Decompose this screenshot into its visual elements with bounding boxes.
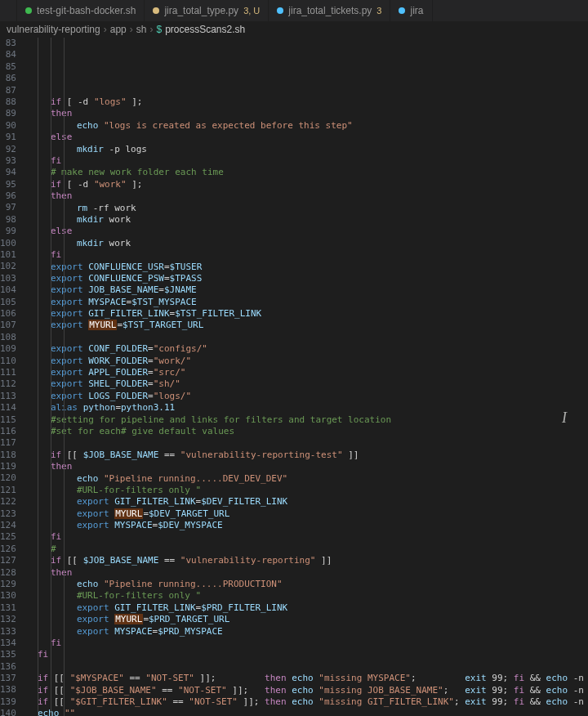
line-number: 116 bbox=[0, 426, 16, 437]
line-number: 125 bbox=[0, 531, 16, 543]
code-line[interactable]: export SHEL_FOLDER="sh/" bbox=[24, 378, 588, 390]
line-number: 124 bbox=[0, 520, 16, 531]
line-number: 133 bbox=[0, 626, 16, 638]
code-line[interactable] bbox=[24, 437, 588, 449]
line-number: 108 bbox=[0, 332, 16, 343]
code-line[interactable]: echo "Pipeline running.....DEV_DEV_DEV" bbox=[24, 473, 588, 485]
code-line[interactable]: mkdir work bbox=[24, 238, 588, 249]
tab-unknown-0[interactable] bbox=[0, 0, 17, 21]
line-number: 91 bbox=[0, 132, 16, 143]
code-line[interactable]: fi bbox=[24, 249, 588, 261]
line-number: 99 bbox=[0, 226, 16, 237]
code-line[interactable]: if [ -d "logs" ]; bbox=[24, 96, 588, 108]
crumb-seg: app bbox=[110, 24, 127, 35]
dot-icon bbox=[399, 7, 405, 14]
text-cursor-icon: I bbox=[562, 412, 567, 423]
code-line[interactable]: export MYSPACE=$TST_MYSPACE bbox=[24, 297, 588, 308]
tab-label: jira_total_type.py bbox=[164, 5, 238, 16]
code-line[interactable]: export MYURL=$PRD_TARGET_URL bbox=[24, 614, 588, 625]
code-line[interactable]: export JOB_BASE_NAME=$JNAME bbox=[24, 284, 588, 296]
indent-guide bbox=[38, 38, 38, 716]
code-line[interactable]: else bbox=[24, 132, 588, 143]
indent-guide bbox=[64, 38, 65, 716]
tab-bar: test-git-bash-docker.sh jira_total_type.… bbox=[0, 0, 588, 21]
code-line[interactable]: export LOGS_FOLDER="logs/" bbox=[24, 391, 588, 402]
code-line[interactable]: alias python=python3.11 bbox=[24, 402, 588, 414]
line-number: 97 bbox=[0, 202, 16, 213]
tab-label: jira bbox=[410, 5, 423, 16]
code-line[interactable]: export MYSPACE=$PRD_MYSPACE bbox=[24, 626, 588, 638]
line-number: 136 bbox=[0, 661, 16, 673]
code-line[interactable]: fi bbox=[24, 155, 588, 167]
line-number: 109 bbox=[0, 343, 16, 355]
code-line[interactable]: fi bbox=[24, 638, 588, 649]
code-line[interactable]: # make new work folder each time bbox=[24, 167, 588, 178]
code-line[interactable]: #set for each# give default values bbox=[24, 426, 588, 437]
code-line[interactable]: export MYURL=$DEV_TARGET_URL bbox=[24, 508, 588, 520]
code-line[interactable]: fi bbox=[24, 649, 588, 660]
line-number: 95 bbox=[0, 179, 16, 190]
line-number: 138 bbox=[0, 684, 16, 696]
code-line[interactable]: export GIT_FILTER_LINK=$DEV_FILTER_LINK bbox=[24, 496, 588, 508]
code-line[interactable]: then bbox=[24, 108, 588, 119]
code-line[interactable]: echo "Pipeline running.....PRODUCTION" bbox=[24, 579, 588, 590]
code-line[interactable]: then bbox=[24, 567, 588, 579]
line-number: 104 bbox=[0, 284, 16, 296]
code-line[interactable]: export GIT_FILTER_LINK=$PRD_FILTER_LINK bbox=[24, 602, 588, 614]
code-line[interactable]: if [ -d "work" ]; bbox=[24, 179, 588, 190]
line-number: 102 bbox=[0, 261, 16, 272]
code-line[interactable]: export GIT_FILTER_LINK=$TST_FILTER_LINK bbox=[24, 308, 588, 320]
code-line[interactable]: export CONFLUENCE_PSW=$TPASS bbox=[24, 273, 588, 284]
code-area[interactable]: if [ -d "logs" ];thenecho "logs is creat… bbox=[24, 38, 588, 716]
code-line[interactable]: echo "" bbox=[24, 708, 588, 716]
tab-trail: 3, U bbox=[243, 6, 260, 16]
code-line[interactable]: then bbox=[24, 461, 588, 472]
editor[interactable]: 8384858687888990919293949596979899100101… bbox=[0, 38, 588, 716]
code-line[interactable]: #URL-for-filters only " bbox=[24, 485, 588, 496]
code-line[interactable]: if [[ "$JOB_BASE_NAME" == "NOT-SET" ]]; … bbox=[24, 685, 588, 696]
breadcrumb[interactable]: vulnerability-reporting › app › sh › $ p… bbox=[0, 21, 588, 38]
dot-icon bbox=[153, 7, 159, 14]
line-number: 130 bbox=[0, 590, 16, 602]
line-number: 118 bbox=[0, 450, 16, 461]
line-number: 100 bbox=[0, 238, 16, 249]
code-line[interactable]: export CONFLUENCE_USR=$TUSER bbox=[24, 262, 588, 273]
line-number: 137 bbox=[0, 673, 16, 684]
line-number: 127 bbox=[0, 555, 16, 566]
line-number: 135 bbox=[0, 649, 16, 660]
code-line[interactable]: export MYURL=$TST_TARGET_URL bbox=[24, 320, 588, 331]
code-line[interactable]: echo "logs is created as expected before… bbox=[24, 120, 588, 132]
code-line[interactable]: mkdir work bbox=[24, 214, 588, 226]
code-line[interactable]: if [[ "$MYSPACE" == "NOT-SET" ]]; then e… bbox=[24, 673, 588, 684]
code-line[interactable]: export APPL_FOLDER="src/" bbox=[24, 367, 588, 378]
tab-test-git-bash-docker[interactable]: test-git-bash-docker.sh bbox=[17, 0, 145, 21]
line-number: 110 bbox=[0, 356, 16, 367]
tab-jira-partial[interactable]: jira bbox=[390, 0, 432, 21]
code-line[interactable]: mkdir -p logs bbox=[24, 144, 588, 155]
code-line[interactable]: then bbox=[24, 190, 588, 202]
code-line[interactable]: if [[ "$GIT_FILTER_LINK" == "NOT-SET" ]]… bbox=[24, 696, 588, 708]
code-line[interactable]: rm -rf work bbox=[24, 203, 588, 214]
line-number: 111 bbox=[0, 367, 16, 378]
code-line[interactable]: export CONF_FOLDER="configs/" bbox=[24, 343, 588, 355]
tab-jira-total-tickets[interactable]: jira_total_tickets.py 3 bbox=[269, 0, 390, 21]
chevron-right-icon: › bbox=[104, 24, 107, 35]
line-number: 115 bbox=[0, 414, 16, 426]
code-line[interactable]: #setting for pipeline and links for filt… bbox=[24, 414, 588, 426]
tab-trail: 3 bbox=[376, 6, 381, 16]
line-number: 84 bbox=[0, 49, 16, 60]
code-line[interactable]: else bbox=[24, 226, 588, 237]
code-line[interactable] bbox=[24, 661, 588, 673]
code-line[interactable]: #URL-for-filters only " bbox=[24, 590, 588, 602]
line-number: 83 bbox=[0, 38, 16, 49]
line-number: 114 bbox=[0, 402, 16, 414]
line-number: 113 bbox=[0, 391, 16, 402]
code-line[interactable]: export MYSPACE=$DEV_MYSPACE bbox=[24, 520, 588, 531]
code-line[interactable]: export WORK_FOLDER="work/" bbox=[24, 356, 588, 367]
code-line[interactable] bbox=[24, 332, 588, 343]
code-line[interactable]: if [[ $JOB_BASE_NAME == "vulnerability-r… bbox=[24, 555, 588, 566]
code-line[interactable]: if [[ $JOB_BASE_NAME == "vulnerability-r… bbox=[24, 450, 588, 461]
code-line[interactable]: fi bbox=[24, 531, 588, 543]
code-line[interactable]: # bbox=[24, 544, 588, 555]
tab-jira-total-type[interactable]: jira_total_type.py 3, U bbox=[145, 0, 269, 21]
